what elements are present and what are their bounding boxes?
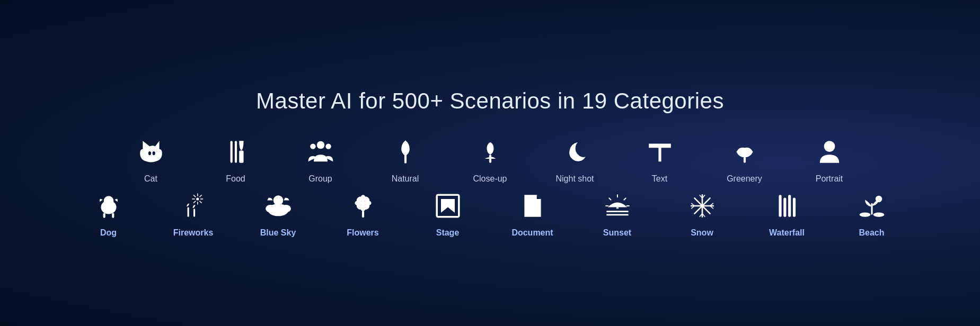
category-closeup: Close-up	[448, 135, 533, 184]
svg-point-10	[824, 141, 835, 152]
cat-label: Cat	[144, 174, 157, 184]
svg-point-3	[316, 141, 324, 149]
svg-rect-46	[527, 206, 538, 208]
svg-line-26	[199, 195, 201, 197]
category-fireworks: Fireworks	[151, 189, 236, 238]
svg-line-25	[193, 201, 196, 203]
portrait-icon	[813, 135, 846, 169]
waterfall-icon	[770, 189, 804, 223]
category-greenery: Greenery	[702, 135, 787, 184]
category-snow: Snow	[660, 189, 745, 238]
sunset-label: Sunset	[603, 228, 631, 238]
svg-rect-70	[783, 197, 786, 216]
svg-rect-9	[743, 157, 745, 162]
category-flowers: Flowers	[321, 189, 405, 238]
svg-rect-1	[234, 141, 236, 163]
beach-icon	[855, 189, 889, 223]
greenery-icon	[728, 135, 762, 169]
dog-label: Dog	[100, 228, 117, 238]
page-title: Master AI for 500+ Scenarios in 19 Categ…	[256, 88, 724, 114]
svg-point-75	[873, 212, 884, 216]
fireworks-icon	[176, 189, 210, 223]
svg-rect-69	[779, 195, 781, 217]
svg-point-68	[701, 204, 703, 207]
bluesky-icon	[261, 189, 295, 223]
category-sunset: Sunset	[575, 189, 660, 238]
svg-rect-0	[230, 141, 232, 163]
svg-rect-47	[527, 210, 535, 211]
svg-rect-48	[616, 207, 618, 209]
category-group: Group	[278, 135, 363, 184]
svg-rect-27	[187, 207, 189, 217]
portrait-label: Portrait	[816, 174, 843, 184]
svg-point-5	[325, 143, 331, 149]
stage-label: Stage	[436, 228, 460, 238]
svg-rect-71	[788, 195, 791, 217]
text-label: Text	[652, 174, 667, 184]
svg-point-18	[196, 197, 199, 200]
closeup-icon	[473, 135, 507, 169]
category-text: Text	[617, 135, 702, 184]
waterfall-label: Waterfall	[769, 228, 805, 238]
text-icon	[643, 135, 677, 169]
svg-line-23	[193, 195, 196, 197]
document-label: Document	[511, 228, 553, 238]
category-document: Document	[490, 189, 575, 238]
svg-rect-50	[606, 214, 629, 216]
svg-rect-2	[239, 150, 243, 162]
closeup-label: Close-up	[473, 174, 507, 184]
food-label: Food	[226, 174, 245, 184]
flowers-label: Flowers	[347, 228, 378, 238]
beach-label: Beach	[859, 228, 884, 238]
svg-rect-73	[871, 203, 872, 215]
category-dog: Dog	[66, 189, 151, 238]
svg-line-52	[609, 198, 611, 200]
group-label: Group	[308, 174, 332, 184]
svg-rect-42	[361, 211, 364, 218]
svg-point-76	[875, 196, 881, 202]
category-food: Food	[193, 135, 278, 184]
natural-icon	[389, 135, 422, 169]
category-stage: Stage	[405, 189, 490, 238]
categories-container: Cat Food	[66, 135, 914, 238]
svg-rect-45	[527, 203, 538, 205]
svg-point-12	[103, 196, 113, 206]
svg-point-32	[281, 205, 291, 213]
category-portrait: Portrait	[787, 135, 872, 184]
category-waterfall: Waterfall	[745, 189, 829, 238]
svg-rect-49	[606, 211, 629, 212]
snow-icon	[685, 189, 719, 223]
cat-icon	[134, 135, 168, 169]
nightshot-label: Night shot	[555, 174, 594, 184]
category-nightshot: Night shot	[533, 135, 617, 184]
svg-rect-16	[103, 213, 105, 218]
bluesky-label: Blue Sky	[260, 228, 296, 238]
svg-point-7	[487, 146, 489, 150]
svg-rect-28	[193, 209, 195, 217]
category-cat: Cat	[109, 135, 193, 184]
svg-point-31	[266, 205, 276, 213]
group-icon	[304, 135, 338, 169]
svg-point-14	[110, 200, 111, 201]
svg-point-74	[859, 212, 870, 216]
svg-point-4	[310, 143, 315, 149]
svg-point-13	[105, 200, 107, 201]
snow-label: Snow	[691, 228, 713, 238]
svg-rect-17	[112, 213, 114, 218]
sunset-icon	[601, 189, 634, 223]
nightshot-icon	[558, 135, 592, 169]
row-1: Cat Food	[109, 135, 872, 184]
flowers-icon	[346, 189, 380, 223]
svg-rect-6	[404, 155, 406, 164]
svg-point-15	[107, 201, 110, 204]
svg-point-29	[273, 195, 283, 205]
dog-icon	[92, 189, 126, 223]
category-natural: Natural	[363, 135, 448, 184]
natural-label: Natural	[392, 174, 419, 184]
document-icon	[516, 189, 550, 223]
category-bluesky: Blue Sky	[236, 189, 321, 238]
category-beach: Beach	[829, 189, 914, 238]
greenery-label: Greenery	[727, 174, 762, 184]
svg-rect-72	[792, 197, 795, 216]
svg-line-53	[624, 198, 625, 200]
